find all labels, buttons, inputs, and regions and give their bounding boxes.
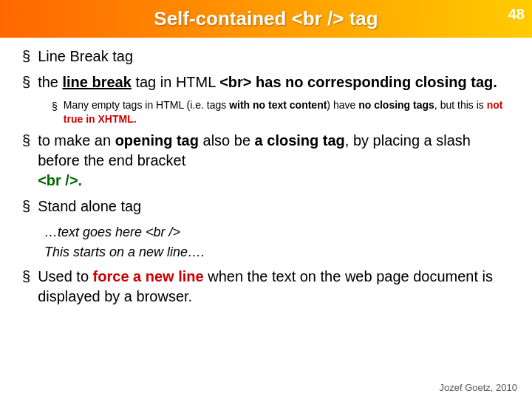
slide-title: Self-contained <br /> tag (154, 7, 378, 30)
bullet-item-2: § the line break tag in HTML <br> has no… (22, 72, 510, 92)
bullet-symbol-2: § (22, 74, 30, 91)
closing-tag-label: a closing tag (255, 132, 345, 149)
sub-bullet-text-1: Many empty tags in HTML (i.e. tags with … (64, 98, 510, 126)
has-no-closing: has no corresponding closing tag. (256, 74, 497, 90)
slide-number: 48 (508, 6, 525, 23)
bullet-symbol-5: § (22, 268, 30, 285)
bullet-text-1: Line Break tag (38, 47, 133, 66)
bullet-item-5: § Used to force a new line when the text… (22, 267, 510, 307)
bullet-item-3: § to make an opening tag also be a closi… (22, 131, 510, 191)
sub-bullet-symbol-1: § (52, 100, 58, 112)
footer-attribution: Jozef Goetz, 2010 (439, 382, 517, 393)
bullet-text-5: Used to force a new line when the text o… (38, 267, 510, 307)
br-tag-1: <br> (219, 74, 251, 90)
bullet-symbol-3: § (22, 132, 30, 149)
bullet-item-1: § Line Break tag (22, 47, 510, 66)
slide-header: Self-contained <br /> tag 48 (0, 0, 532, 38)
italic-block: …text goes here <br /> This starts on a … (44, 222, 510, 262)
bullet-text-3: to make an opening tag also be a closing… (38, 132, 471, 168)
line-break-emphasis: line break (62, 74, 131, 90)
bullet-item-4: § Stand alone tag (22, 197, 510, 216)
sub-bullet-1: § Many empty tags in HTML (i.e. tags wit… (52, 98, 510, 126)
bullet-symbol-1: § (22, 48, 30, 65)
no-closing-tags: no closing tags (358, 99, 434, 111)
br-self-close: <br />. (38, 172, 82, 188)
slide-content: § Line Break tag § the line break tag in… (0, 38, 532, 320)
bullet-text-3-container: to make an opening tag also be a closing… (38, 131, 510, 191)
italic-line-1: …text goes here <br /> (44, 225, 180, 239)
italic-line-2: This starts on a new line…. (44, 245, 205, 259)
bullet-text-4: Stand alone tag (38, 197, 141, 216)
bullet-symbol-4: § (22, 198, 30, 215)
force-new-line: force a new line (93, 268, 204, 284)
no-text-content: with no text content (229, 99, 327, 111)
bullet-text-2: the line break tag in HTML <br> has no c… (38, 72, 497, 92)
opening-tag-label: opening tag (115, 132, 199, 149)
